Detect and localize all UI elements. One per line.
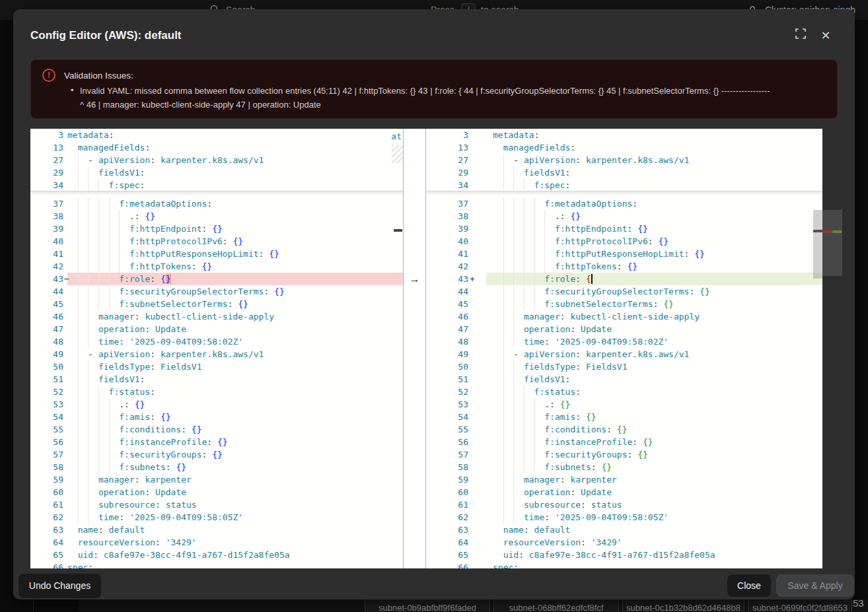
code-line-49[interactable]: 49- apiVersion: karpenter.k8s.aws/v1 (426, 348, 822, 360)
code-line-44[interactable]: 44f:securityGroupSelectorTerms: {} (30, 285, 403, 298)
code-line-61[interactable]: 61subresource: status (426, 498, 822, 511)
code-text: - apiVersion: karpenter.k8s.aws/v1 (67, 348, 264, 360)
code-line-58[interactable]: 58f:subnets: {} (426, 461, 822, 473)
code-line-51[interactable]: 51fieldsV1: (30, 373, 403, 386)
overview-viewport-slider[interactable] (822, 210, 842, 276)
line-number: 56 (30, 436, 63, 448)
diff-sash[interactable]: → (403, 129, 426, 568)
code-line-61[interactable]: 61subresource: status (30, 498, 403, 511)
save-apply-button-disabled[interactable]: Save & Apply (776, 574, 854, 597)
app-root: Search Press / to search Cluster: anirba… (0, 0, 868, 612)
code-line-54[interactable]: 54f:amis: {} (30, 411, 403, 423)
code-line-37[interactable]: 37f:metadataOptions: (30, 197, 403, 210)
code-line-45[interactable]: 45f:subnetSelectorTerms: {} (30, 298, 403, 310)
code-line-44[interactable]: 44f:securityGroupSelectorTerms: {} (426, 285, 822, 298)
code-line-40[interactable]: 40f:httpProtocolIPv6: {} (426, 235, 822, 248)
line-number: 53 (426, 398, 468, 411)
code-line-59[interactable]: 59manager: karpenter (426, 473, 822, 486)
close-button[interactable]: Close (727, 574, 771, 597)
code-line-49[interactable]: 49- apiVersion: karpenter.k8s.aws/v1 (30, 348, 403, 360)
code-line-65[interactable]: 65uid: c8afe97e-38cc-4f91-a767-d15f2a8fe… (426, 549, 822, 561)
code-line-52[interactable]: 52f:status: (30, 386, 403, 398)
code-line-39[interactable]: 39f:httpEndpoint: {} (426, 222, 822, 235)
fullscreen-button[interactable] (793, 28, 809, 44)
code-line-60[interactable]: 60operation: Update (426, 486, 822, 498)
code-line-43[interactable]: 43−f:role: {} (30, 273, 403, 285)
code-line-53[interactable]: 53.: {} (426, 398, 822, 411)
code-text: resourceVersion: '3429' (493, 536, 622, 549)
code-line-46[interactable]: 46manager: kubectl-client-side-apply (30, 310, 403, 323)
code-line-48[interactable]: 48time: '2025-09-04T09:58:02Z' (30, 335, 403, 348)
code-line-58[interactable]: 58f:subnets: {} (30, 461, 403, 473)
code-line-52[interactable]: 52f:status: (426, 386, 822, 398)
hidden-region-hatch (392, 145, 403, 163)
close-dialog-button[interactable]: ✕ (818, 28, 834, 44)
code-line-29[interactable]: 29fieldsV1: (426, 166, 822, 179)
code-line-40[interactable]: 40f:httpProtocolIPv6: {} (30, 235, 403, 248)
code-line-41[interactable]: 41f:httpPutResponseHopLimit: {} (30, 248, 403, 260)
code-line-57[interactable]: 57f:securityGroups: {} (30, 448, 403, 461)
code-text: fieldsV1: (67, 373, 145, 386)
code-line-56[interactable]: 56f:instanceProfile: {} (30, 436, 403, 448)
line-number: 47 (30, 323, 63, 335)
code-line-42[interactable]: 42f:httpTokens: {} (426, 260, 822, 273)
code-line-50[interactable]: 50fieldsType: FieldsV1 (30, 360, 403, 373)
code-line-47[interactable]: 47operation: Update (426, 323, 822, 335)
undo-changes-button[interactable]: Undo Changes (18, 574, 101, 598)
code-line-46[interactable]: 46manager: kubectl-client-side-apply (426, 310, 822, 323)
line-number: 59 (30, 473, 63, 486)
code-line-39[interactable]: 39f:httpEndpoint: {} (30, 222, 403, 235)
copy-change-arrow[interactable]: → (404, 273, 425, 285)
code-text: operation: Update (67, 323, 186, 335)
diff-overview-ruler[interactable] (822, 129, 842, 568)
original-editor-pane[interactable]: at 3metadata:13managedFields:27- apiVers… (30, 129, 403, 568)
code-line-53[interactable]: 53.: {} (30, 398, 403, 411)
code-line-55[interactable]: 55f:conditions: {} (426, 423, 822, 436)
code-line-3[interactable]: 3metadata: (426, 129, 822, 141)
code-line-41[interactable]: 41f:httpPutResponseHopLimit: {} (426, 248, 822, 260)
code-line-50[interactable]: 50fieldsType: FieldsV1 (426, 360, 822, 373)
code-line-59[interactable]: 59manager: karpenter (30, 473, 403, 486)
code-line-55[interactable]: 55f:conditions: {} (30, 423, 403, 436)
code-line-66[interactable]: 66spec: (30, 561, 403, 568)
code-line-66[interactable]: 66spec: (426, 561, 822, 568)
line-number: 41 (426, 248, 468, 260)
code-line-63[interactable]: 63name: default (30, 524, 403, 536)
code-line-29[interactable]: 29fieldsV1: (30, 166, 403, 179)
code-line-54[interactable]: 54f:amis: {} (426, 411, 822, 423)
code-line-38[interactable]: 38.: {} (30, 210, 403, 222)
code-line-60[interactable]: 60operation: Update (30, 486, 403, 498)
code-line-27[interactable]: 27- apiVersion: karpenter.k8s.aws/v1 (30, 154, 403, 166)
code-line-57[interactable]: 57f:securityGroups: {} (426, 448, 822, 461)
validation-issue-text: Invalid YAML: missed comma between flow … (80, 84, 830, 112)
code-line-62[interactable]: 62time: '2025-09-04T09:58:05Z' (426, 511, 822, 524)
code-line-64[interactable]: 64resourceVersion: '3429' (30, 536, 403, 549)
code-line-37[interactable]: 37f:metadataOptions: (426, 197, 822, 210)
code-line-42[interactable]: 42f:httpTokens: {} (30, 260, 403, 273)
code-line-64[interactable]: 64resourceVersion: '3429' (426, 536, 822, 549)
code-line-43[interactable]: 43+f:role: { (426, 273, 822, 285)
code-line-62[interactable]: 62time: '2025-09-04T09:58:05Z' (30, 511, 403, 524)
sticky-collapsed-regions[interactable]: 3metadata:13managedFields:27- apiVersion… (30, 129, 403, 191)
vertical-scrollbar-thumb[interactable] (813, 210, 822, 279)
code-line-34[interactable]: 34f:spec: (30, 179, 403, 191)
line-number: 47 (426, 323, 468, 335)
code-line-48[interactable]: 48time: '2025-09-04T09:58:02Z' (426, 335, 822, 348)
code-line-65[interactable]: 65uid: c8afe97e-38cc-4f91-a767-d15f2a8fe… (30, 549, 403, 561)
overview-cursor-marker (813, 230, 822, 232)
code-line-56[interactable]: 56f:instanceProfile: {} (426, 436, 822, 448)
code-line-13[interactable]: 13managedFields: (426, 141, 822, 154)
code-line-13[interactable]: 13managedFields: (30, 141, 403, 154)
code-line-3[interactable]: 3metadata: (30, 129, 403, 141)
code-line-34[interactable]: 34f:spec: (426, 179, 822, 191)
code-line-63[interactable]: 63name: default (426, 524, 822, 536)
code-text: f:subnetSelectorTerms: {} (493, 298, 674, 310)
modified-editor-pane[interactable]: 3metadata:13managedFields:27- apiVersion… (426, 129, 822, 568)
code-line-38[interactable]: 38.: {} (426, 210, 822, 222)
code-line-27[interactable]: 27- apiVersion: karpenter.k8s.aws/v1 (426, 154, 822, 166)
code-line-51[interactable]: 51fieldsV1: (426, 373, 822, 386)
line-number: 45 (30, 298, 63, 310)
code-line-47[interactable]: 47operation: Update (30, 323, 403, 335)
sticky-collapsed-regions[interactable]: 3metadata:13managedFields:27- apiVersion… (426, 129, 822, 191)
code-line-45[interactable]: 45f:subnetSelectorTerms: {} (426, 298, 822, 310)
